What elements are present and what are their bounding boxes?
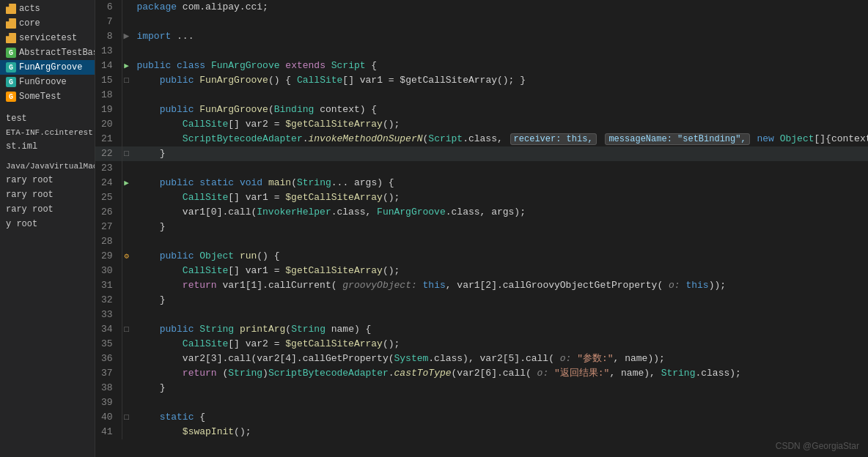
gutter [122,88,130,103]
line-number: 8 [95,29,122,44]
line-number: 7 [95,15,122,29]
sidebar-item-label: FunGroove [19,77,67,87]
sidebar-item-FunArgGroove[interactable]: G FunArgGroove [0,60,95,75]
code-line: public static void main(String... args) … [130,176,868,190]
gutter [122,395,130,410]
table-row: 41 $swapInit(); [95,425,868,439]
gutter: □ [122,146,130,161]
code-line: static { [130,410,868,425]
gutter: □ [122,322,130,337]
table-row: 22 □ } [95,146,868,161]
line-number: 18 [95,88,122,103]
table-row: 23 [95,161,868,176]
sidebar-item-servicetest[interactable]: servicetest [0,31,95,45]
code-line [130,44,868,59]
sidebar-item-acts[interactable]: acts [0,1,95,16]
line-number: 25 [95,190,122,205]
gutter [122,220,130,234]
code-line: $swapInit(); [130,425,868,439]
gutter [122,44,130,59]
code-line: var1[0].call(InvokerHelper.class, FunArg… [130,205,868,220]
table-row: 34 □ public String printArg(String name)… [95,322,868,337]
table-row: 21 ScriptBytecodeAdapter.invokeMethodOnS… [95,132,868,146]
gutter: ▶ [122,176,130,190]
line-number: 19 [95,103,122,117]
code-line: ScriptBytecodeAdapter.invokeMethodOnSupe… [130,132,868,146]
code-line [130,88,868,103]
sidebar-item-lib3[interactable]: rary root [0,202,95,217]
code-line: return var1[1].callCurrent( groovyObject… [130,278,868,293]
gutter [122,205,130,220]
table-row: 27 } [95,220,868,234]
folder-icon [6,33,16,43]
sidebar-item-lib2[interactable]: rary root [0,187,95,202]
gutter [122,132,130,146]
table-row: 6 package com.alipay.cci; [95,0,868,15]
gutter [122,190,130,205]
code-line: CallSite[] var1 = $getCallSiteArray(); [130,264,868,278]
sidebar-item-eta[interactable]: ETA-INF.ccinterest [0,126,95,139]
sidebar: acts core servicetest G AbstractTestBase… [0,0,95,457]
sidebar-item-SomeTest[interactable]: G SomeTest [0,89,95,104]
gutter: □ [122,73,130,88]
line-number: 29 [95,249,122,264]
table-row: 15 □ public FunArgGroove() { CallSite[] … [95,73,868,88]
file-icon: G [6,48,16,58]
line-number: 34 [95,322,122,337]
table-row: 24 ▶ public static void main(String... a… [95,176,868,190]
code-line: } [130,293,868,308]
code-line [130,15,868,29]
gutter [122,425,130,439]
sidebar-item-FunGroove[interactable]: G FunGroove [0,75,95,89]
line-number: 38 [95,381,122,395]
gutter [122,0,130,15]
line-number: 26 [95,205,122,220]
sidebar-item-label: rary root [6,175,54,185]
code-line: package com.alipay.cci; [130,0,868,15]
sidebar-item-core[interactable]: core [0,16,95,31]
line-number: 24 [95,176,122,190]
gutter: ⚙ [122,249,130,264]
code-line: } [130,381,868,395]
gutter: ▶ [122,29,130,44]
sidebar-item-label: st.iml [6,141,37,152]
sidebar-item-AbstractTestBase[interactable]: G AbstractTestBase [0,45,95,60]
table-row: 28 [95,234,868,249]
table-row: 37 return (String)ScriptBytecodeAdapter.… [95,366,868,381]
table-row: 33 [95,308,868,322]
gutter [122,293,130,308]
table-row: 31 return var1[1].callCurrent( groovyObj… [95,278,868,293]
sidebar-item-jvm[interactable]: Java/JavaVirtualMachine [0,160,95,173]
line-number: 33 [95,308,122,322]
sidebar-item-test[interactable]: test [0,111,95,126]
table-row: 39 [95,395,868,410]
file-icon: G [6,77,16,87]
table-row: 14 ▶ public class FunArgGroove extends S… [95,59,868,73]
folder-icon [6,4,16,14]
table-row: 8 ▶ import ... [95,29,868,44]
line-number: 21 [95,132,122,146]
sidebar-item-root[interactable]: y root [0,217,95,231]
gutter [122,381,130,395]
line-number: 27 [95,220,122,234]
table-row: 25 CallSite[] var1 = $getCallSiteArray()… [95,190,868,205]
gutter [122,264,130,278]
line-number: 31 [95,278,122,293]
folder-icon [6,18,16,29]
code-container[interactable]: 6 package com.alipay.cci; 7 8 ▶ import .… [95,0,868,457]
code-line: public FunArgGroove(Binding context) { [130,103,868,117]
code-line [130,308,868,322]
gutter [122,15,130,29]
line-number: 39 [95,395,122,410]
line-number: 30 [95,264,122,278]
sidebar-item-lib1[interactable]: rary root [0,173,95,187]
gutter [122,308,130,322]
line-number: 41 [95,425,122,439]
sidebar-item-stiML[interactable]: st.iml [0,139,95,154]
table-row: 38 } [95,381,868,395]
table-row: 36 var2[3].call(var2[4].callGetProperty(… [95,352,868,366]
line-number: 35 [95,337,122,352]
line-number: 37 [95,366,122,381]
code-line: } [130,220,868,234]
sidebar-item-label: ETA-INF.ccinterest [6,128,93,137]
